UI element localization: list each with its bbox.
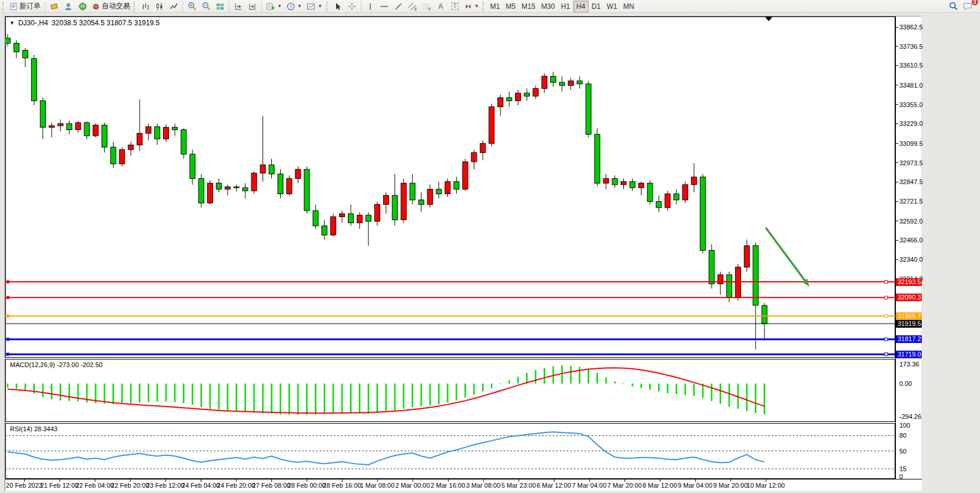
- chart-ohlc-values: 32038.5 32054.5 31807.5 31919.5: [52, 19, 160, 27]
- vertical-line-icon: [367, 2, 373, 11]
- timeframe-m30[interactable]: M30: [538, 1, 557, 12]
- price-tick-label: 33481.0: [899, 82, 923, 89]
- chart-title: ▼ DJ30-,H4 32038.5 32054.5 31807.5 31919…: [9, 19, 160, 27]
- price-tick-label: 33862.5: [899, 24, 923, 31]
- profile-button[interactable]: [61, 1, 75, 12]
- macd-indicator-label: MACD(12,26,9) -273.00 -202.50: [10, 361, 102, 368]
- time-axis[interactable]: 20 Feb 202321 Feb 12:0022 Feb 04:0022 Fe…: [5, 479, 922, 491]
- macd-axis-label: 173.36: [899, 361, 919, 368]
- zoom-in-button[interactable]: [185, 1, 199, 12]
- svg-text:E: E: [414, 6, 417, 11]
- trendline-button[interactable]: [391, 1, 406, 12]
- crosshair-button[interactable]: [345, 1, 359, 12]
- bar-chart-icon: [141, 2, 150, 11]
- line-chart-button[interactable]: [167, 1, 181, 12]
- price-axis[interactable]: 33862.533736.533610.533481.033355.033229…: [895, 16, 921, 479]
- candlestick-icon: [155, 2, 164, 11]
- chart-canvas[interactable]: [5, 16, 895, 479]
- dropdown-caret: ▼: [318, 4, 323, 9]
- new-order-button[interactable]: 新订单: [7, 1, 43, 12]
- auto-scroll-button[interactable]: [231, 1, 245, 12]
- svg-text:F: F: [428, 6, 431, 11]
- auto-trading-button[interactable]: 自动交易: [89, 1, 132, 12]
- timeframe-m15[interactable]: M15: [519, 1, 538, 12]
- horizontal-line-button[interactable]: [377, 1, 391, 12]
- toolbar-grip[interactable]: [2, 2, 5, 11]
- template-chart-icon: [307, 2, 315, 11]
- price-tick-label: 32973.5: [899, 159, 923, 166]
- timeframe-w1[interactable]: W1: [604, 1, 620, 12]
- chart-shift-icon: [248, 2, 257, 11]
- price-tick-mark: [896, 182, 898, 182]
- separator: [361, 1, 361, 12]
- arrows-button[interactable]: ▼: [462, 1, 481, 12]
- clock-icon: [287, 2, 295, 11]
- text-label-button[interactable]: T: [448, 1, 462, 12]
- price-tick-label: 33736.5: [899, 43, 923, 50]
- time-tick-label: 10 Mar 12:00: [738, 482, 794, 489]
- zoom-out-icon: [202, 2, 211, 11]
- timeframe-m1[interactable]: M1: [487, 1, 503, 12]
- price-tick-label: 33610.5: [899, 62, 923, 69]
- price-tick-mark: [896, 124, 898, 124]
- signals-button[interactable]: [75, 1, 89, 12]
- hline-price-label: 31919.5: [896, 320, 922, 328]
- window-left-edge: [0, 13, 5, 493]
- fibonacci-button[interactable]: F: [420, 1, 434, 12]
- autotrading-robot-icon: [92, 2, 100, 11]
- one-click-trading-toggle[interactable]: ▼: [9, 20, 15, 26]
- hline-price-label: 32090.3: [896, 294, 922, 301]
- toolbar-grip[interactable]: [134, 2, 136, 11]
- toolbar-right-group: 1: [946, 1, 975, 12]
- search-button[interactable]: [946, 1, 961, 12]
- metaquotes-button[interactable]: [47, 1, 61, 12]
- new-chart-button[interactable]: ▼: [264, 1, 284, 12]
- timeframe-m5[interactable]: M5: [503, 1, 519, 12]
- price-tick-label: 33099.5: [899, 140, 923, 147]
- rsi-axis-label: 100: [899, 422, 910, 429]
- dropdown-caret: ▼: [277, 4, 282, 9]
- bar-chart-button[interactable]: [138, 1, 152, 12]
- channel-icon: E: [408, 2, 417, 11]
- dropdown-caret: ▼: [474, 4, 479, 9]
- trendline-icon: [394, 2, 403, 11]
- dropdown-caret: ▼: [297, 4, 302, 9]
- signal-sphere-icon: [78, 2, 87, 11]
- zoom-out-button[interactable]: [199, 1, 213, 12]
- rsi-axis-label: 50: [899, 448, 906, 455]
- timeframe-h1[interactable]: H1: [558, 1, 573, 12]
- chart-shift-button[interactable]: [245, 1, 260, 12]
- gold-box-icon: [50, 2, 59, 11]
- price-tick-mark: [896, 221, 898, 221]
- price-tick-label: 32466.0: [899, 236, 923, 244]
- timeframe-mn[interactable]: MN: [620, 1, 637, 12]
- vertical-line-button[interactable]: [363, 1, 377, 12]
- new-order-icon: [9, 2, 18, 11]
- price-tick-mark: [896, 201, 898, 202]
- toolbar-grip[interactable]: [326, 2, 328, 11]
- price-tick-label: 33355.0: [899, 101, 923, 108]
- text-icon: A: [438, 2, 443, 11]
- zoom-in-icon: [188, 2, 197, 11]
- candlestick-chart-button[interactable]: [152, 1, 167, 12]
- price-tick-label: 33229.0: [899, 120, 923, 127]
- price-tick-mark: [896, 85, 898, 85]
- cursor-button[interactable]: [331, 1, 345, 12]
- rsi-indicator-label: RSI(14) 28.3443: [10, 425, 58, 432]
- chat-button[interactable]: 1: [961, 1, 975, 12]
- tile-windows-button[interactable]: [213, 1, 227, 12]
- price-tick-mark: [896, 27, 898, 28]
- timeframe-h4[interactable]: H4: [573, 1, 589, 12]
- separator: [45, 1, 45, 12]
- toolbar-grip[interactable]: [483, 2, 485, 11]
- text-button[interactable]: A: [434, 1, 448, 12]
- timeframe-d1[interactable]: D1: [589, 1, 604, 12]
- templates-button[interactable]: ▼: [304, 1, 325, 12]
- periods-button[interactable]: ▼: [284, 1, 304, 12]
- equidistant-channel-button[interactable]: E: [406, 1, 420, 12]
- new-order-label: 新订单: [19, 1, 41, 11]
- person-icon: [64, 2, 72, 11]
- separator: [261, 1, 262, 12]
- crosshair-icon: [348, 2, 356, 11]
- price-tick-label: 32592.0: [899, 218, 923, 225]
